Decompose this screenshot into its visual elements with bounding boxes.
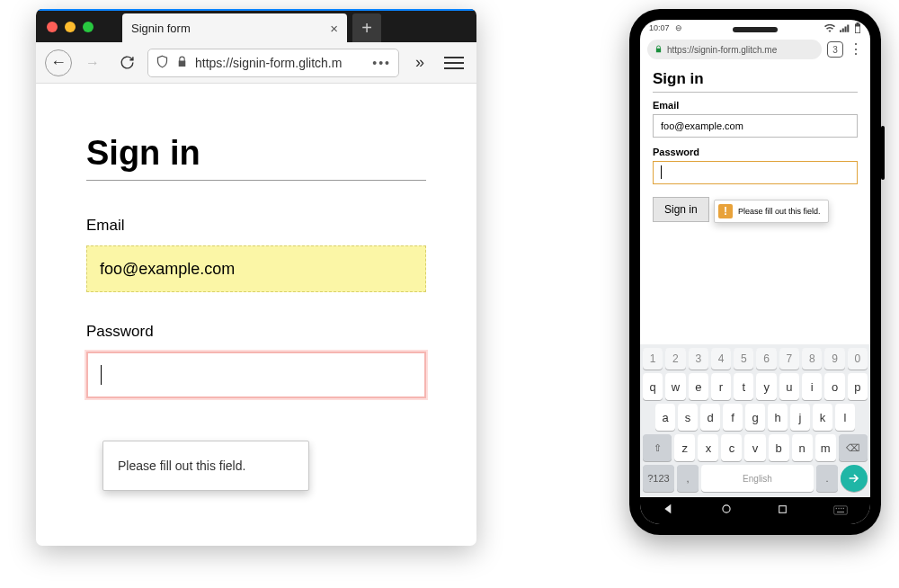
signal-icon — [840, 24, 850, 32]
key-4[interactable]: 4 — [711, 348, 731, 370]
shield-icon — [156, 55, 169, 71]
tab-strip: Signin form × + — [36, 9, 476, 42]
back-button[interactable]: ← — [45, 49, 72, 76]
svg-rect-7 — [837, 512, 844, 512]
key-1[interactable]: 1 — [643, 348, 663, 370]
phone-power-button[interactable] — [881, 126, 885, 180]
key-f[interactable]: f — [723, 404, 743, 431]
key-,[interactable]: , — [677, 465, 699, 492]
key-j[interactable]: j — [790, 404, 810, 431]
close-tab-button[interactable]: × — [330, 21, 338, 36]
key-7[interactable]: 7 — [779, 348, 799, 370]
key-w[interactable]: w — [665, 373, 685, 400]
svg-point-0 — [723, 505, 730, 512]
key-5[interactable]: 5 — [734, 348, 753, 370]
mobile-browser-toolbar: https://signin-form.glitch.me 3 ⋮ — [640, 36, 870, 63]
key-v[interactable]: v — [744, 434, 765, 461]
key-c[interactable]: c — [721, 434, 742, 461]
key-h[interactable]: h — [768, 404, 788, 431]
svg-rect-1 — [779, 506, 787, 513]
forward-button[interactable]: → — [79, 49, 106, 76]
battery-icon — [854, 22, 861, 33]
nav-back-button[interactable] — [663, 503, 675, 519]
text-caret — [661, 165, 662, 179]
phone-device: 10:07 ⊖ https://signin-form.glitch.me — [629, 9, 881, 535]
key-u[interactable]: u — [779, 373, 799, 400]
page-content: Sign in Email Password — [36, 84, 476, 398]
key-m[interactable]: m — [815, 434, 836, 461]
svg-rect-6 — [843, 508, 844, 509]
android-nav-bar — [640, 497, 870, 524]
key-y[interactable]: y — [756, 373, 776, 400]
key-9[interactable]: 9 — [824, 348, 844, 370]
window-controls — [36, 22, 104, 32]
key-t[interactable]: t — [734, 373, 753, 400]
maximize-window-button[interactable] — [83, 22, 93, 32]
key-x[interactable]: x — [698, 434, 718, 461]
email-field[interactable] — [653, 114, 858, 138]
key-6[interactable]: 6 — [756, 348, 776, 370]
browser-toolbar: ← → https://signin-form.glitch.m ••• » — [36, 42, 476, 84]
text-caret — [101, 365, 102, 385]
key-q[interactable]: q — [643, 373, 663, 400]
hamburger-icon — [444, 57, 464, 69]
key-⌫[interactable]: ⌫ — [839, 434, 868, 461]
status-time: 10:07 — [649, 23, 670, 32]
warning-icon: ! — [718, 204, 733, 218]
key-2[interactable]: 2 — [665, 348, 685, 370]
key-3[interactable]: 3 — [689, 348, 708, 370]
password-label: Password — [86, 323, 426, 341]
reload-button[interactable] — [113, 49, 140, 76]
new-tab-button[interactable]: + — [352, 13, 381, 42]
key-k[interactable]: k — [813, 404, 832, 431]
email-label: Email — [653, 100, 858, 111]
nav-recents-button[interactable] — [777, 503, 788, 519]
key-s[interactable]: s — [678, 404, 698, 431]
key-p[interactable]: p — [848, 373, 868, 400]
address-bar[interactable]: https://signin-form.glitch.m ••• — [147, 49, 399, 77]
phone-speaker — [733, 27, 778, 32]
key-z[interactable]: z — [674, 434, 695, 461]
svg-rect-2 — [834, 506, 848, 514]
mobile-address-bar[interactable]: https://signin-form.glitch.me — [647, 40, 822, 59]
key-n[interactable]: n — [792, 434, 813, 461]
key-?123[interactable]: ?123 — [643, 465, 674, 492]
key-a[interactable]: a — [655, 404, 675, 431]
password-field[interactable] — [653, 161, 858, 184]
wifi-icon — [824, 24, 835, 32]
key-8[interactable]: 8 — [802, 348, 822, 370]
validation-message: Please fill out this field. — [738, 207, 821, 216]
browser-tab[interactable]: Signin form × — [122, 13, 347, 42]
signin-button[interactable]: Sign in — [653, 197, 709, 222]
nav-home-button[interactable] — [720, 503, 733, 519]
email-label: Email — [86, 217, 426, 235]
lock-icon — [654, 45, 663, 55]
close-window-button[interactable] — [47, 22, 58, 32]
key-English[interactable]: English — [701, 465, 814, 492]
validation-message: Please fill out this field. — [118, 459, 245, 473]
overflow-toolbar-button[interactable]: » — [406, 49, 433, 76]
password-field[interactable] — [86, 352, 426, 398]
key-go[interactable] — [841, 465, 868, 492]
key-i[interactable]: i — [802, 373, 822, 400]
key-g[interactable]: g — [745, 404, 765, 431]
svg-rect-3 — [836, 508, 837, 509]
key-l[interactable]: l — [835, 404, 855, 431]
key-o[interactable]: o — [824, 373, 844, 400]
email-field[interactable] — [86, 245, 426, 292]
lock-icon — [176, 56, 188, 70]
phone-screen: 10:07 ⊖ https://signin-form.glitch.me — [640, 20, 870, 524]
key-⇧[interactable]: ⇧ — [643, 434, 672, 461]
key-e[interactable]: e — [689, 373, 708, 400]
app-menu-button[interactable] — [441, 49, 467, 76]
key-.[interactable]: . — [816, 465, 838, 492]
key-0[interactable]: 0 — [848, 348, 868, 370]
nav-keyboard-button[interactable] — [833, 503, 848, 519]
key-b[interactable]: b — [769, 434, 789, 461]
key-r[interactable]: r — [711, 373, 731, 400]
page-actions-button[interactable]: ••• — [372, 56, 391, 70]
minimize-window-button[interactable] — [65, 22, 76, 32]
key-d[interactable]: d — [700, 404, 720, 431]
mobile-page-content: Sign in Email Password Sign in ! Please … — [640, 63, 870, 344]
tab-switcher-button[interactable]: 3 — [827, 41, 843, 58]
